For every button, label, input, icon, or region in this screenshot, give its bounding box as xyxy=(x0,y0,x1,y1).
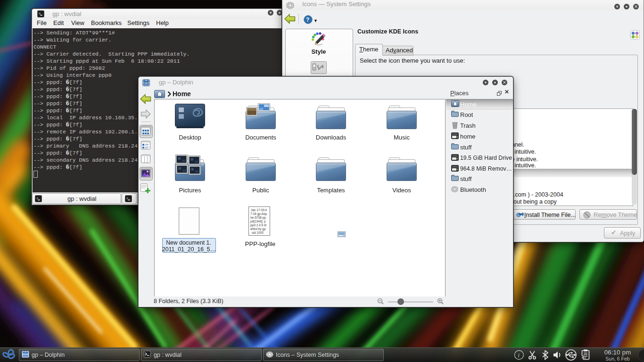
svg-text:ire-5738 pp: ire-5738 pp xyxy=(250,216,266,220)
svg-text:arted by gp: arted by gp xyxy=(250,227,266,231)
svg-text:?: ? xyxy=(306,16,309,23)
svg-text:Jan 17 09:4: Jan 17 09:4 xyxy=(251,208,267,212)
svg-text:7:18 gp-Asp: 7:18 gp-Asp xyxy=(250,212,267,216)
svg-text:ppd 2.4.5 st: ppd 2.4.5 st xyxy=(250,223,266,227)
svg-text:uid 1000: uid 1000 xyxy=(252,231,264,234)
svg-text:i: i xyxy=(518,352,520,359)
svg-text:pd[1946]: p: pd[1946]: p xyxy=(250,220,266,223)
